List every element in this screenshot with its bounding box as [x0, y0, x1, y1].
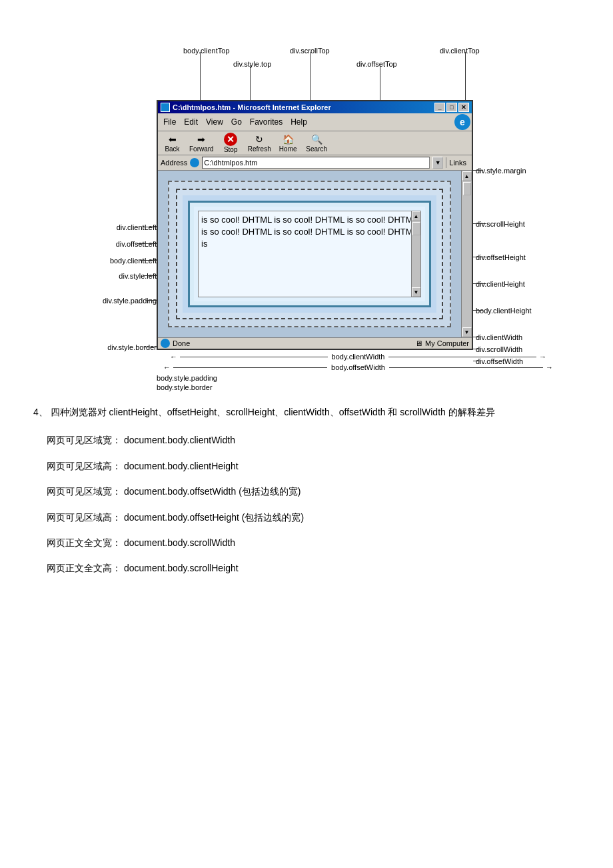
div-offset-top-label: div.offsetTop [356, 60, 397, 68]
forward-button[interactable]: ➡ Forward [189, 133, 214, 153]
computer-icon: 🖥 [415, 339, 422, 347]
item-label-1: 网页可见区域高： [47, 461, 121, 471]
item-label-5: 网页正文全文高： [47, 563, 121, 573]
div-style-margin-label: div.style.margin [476, 167, 526, 175]
search-label: Search [306, 145, 327, 153]
main-row: div.clientLeft div.offsetLeft body.clien… [53, 100, 560, 350]
item-value-1: document.body.clientHeight [124, 461, 239, 471]
statusbar-icon [161, 339, 170, 348]
item-value-3: document.body.offsetHeight (包括边线的宽) [124, 512, 304, 523]
maximize-button[interactable]: □ [446, 103, 457, 112]
body-client-left-label: body.clientLeft [110, 257, 157, 265]
back-button[interactable]: ⬅ Back [161, 133, 184, 153]
search-button[interactable]: 🔍 Search [305, 133, 328, 153]
menu-edit[interactable]: Edit [180, 117, 202, 127]
search-icon: 🔍 [310, 133, 323, 145]
back-icon: ⬅ [166, 133, 179, 145]
item-value-5: document.body.scrollHeight [124, 563, 239, 573]
body-style-border-label: body.style.border [157, 383, 213, 391]
top-annotations: body.clientTop div.style.top div.scrollT… [53, 40, 560, 100]
body-style-padding-label: body.style.padding [157, 374, 217, 382]
stop-icon: ✕ [224, 133, 237, 146]
body-style-labels: body.style.padding body.style.border [157, 374, 560, 391]
close-button[interactable]: ✕ [458, 103, 469, 112]
section-title-text: 四种浏览器对 clientHeight、offsetHeight、scrollH… [51, 407, 495, 417]
content-with-scrollbar: is so cool! DHTML is so cool! DHTML is s… [199, 211, 420, 297]
div-padding-area: is so cool! DHTML is so cool! DHTML is s… [194, 207, 425, 301]
section-4-title: 4、 四种浏览器对 clientHeight、offsetHeight、scro… [33, 405, 586, 419]
refresh-label: Refresh [248, 145, 271, 153]
div-vertical-scrollbar[interactable]: ▲ ▼ [411, 211, 420, 297]
div-offset-height-label: div.offsetHeight [476, 253, 526, 261]
ie-window-controls: _ □ ✕ [434, 103, 469, 112]
menu-file[interactable]: File [159, 117, 180, 127]
ie-scroll-up[interactable]: ▲ [462, 171, 472, 181]
stop-label: Stop [224, 146, 238, 153]
menu-help[interactable]: Help [287, 117, 311, 127]
ie-scroll-down[interactable]: ▼ [462, 327, 472, 337]
ie-app-icon [161, 103, 170, 112]
statusbar-done-text: Done [173, 339, 190, 347]
scroll-left-arrow[interactable]: ◄ [199, 297, 208, 298]
ie-window-wrapper: C:\dhtmlpos.htm - Microsoft Internet Exp… [157, 100, 473, 350]
refresh-button[interactable]: ↻ Refresh [248, 133, 271, 153]
menu-go[interactable]: Go [227, 117, 246, 127]
scroll-up-arrow[interactable]: ▲ [412, 211, 421, 221]
page-container: body.clientTop div.style.top div.scrollT… [13, 13, 600, 600]
div-scroll-height-label: div.scrollHeight [476, 220, 525, 228]
ie-window-title: C:\dhtmlpos.htm - Microsoft Internet Exp… [173, 103, 331, 111]
home-label: Home [279, 145, 297, 153]
body-client-width-label: body.clientWidth [328, 353, 389, 361]
links-label: Links [446, 157, 469, 168]
scroll-right-arrow[interactable]: ► [411, 297, 420, 298]
div-style-padding-label: div.style.padding [103, 297, 157, 305]
item-label-3: 网页可见区域高： [47, 512, 121, 523]
div-client-left-label: div.clientLeft [117, 223, 157, 231]
full-diagram: body.clientTop div.style.top div.scrollT… [53, 40, 560, 391]
statusbar-computer-text: My Computer [425, 339, 469, 347]
list-item: 网页正文全文宽： document.body.scrollWidth [47, 535, 586, 550]
menu-view[interactable]: View [202, 117, 227, 127]
back-label: Back [165, 145, 179, 153]
stop-button[interactable]: ✕ Stop [219, 133, 243, 153]
body-client-height-label: body.clientHeight [476, 307, 532, 315]
scroll-down-arrow[interactable]: ▼ [412, 287, 421, 297]
ie-scroll-thumb[interactable] [463, 182, 471, 195]
scroll-thumb-v[interactable] [412, 222, 420, 235]
div-style-left-label: div.style.left [119, 272, 157, 280]
left-annotations: div.clientLeft div.offsetLeft body.clien… [53, 100, 157, 350]
div-border-area: is so cool! DHTML is so cool! DHTML is s… [188, 201, 431, 307]
list-item: 网页正文全文高： document.body.scrollHeight [47, 561, 586, 575]
home-button[interactable]: 🏠 Home [277, 133, 300, 153]
minimize-button[interactable]: _ [434, 103, 445, 112]
item-value-4: document.body.scrollWidth [124, 537, 235, 548]
body-dashed-border: is so cool! DHTML is so cool! DHTML is s… [168, 181, 451, 327]
ie-content-area: is so cool! DHTML is so cool! DHTML is s… [158, 171, 472, 337]
statusbar-done-area: Done [161, 339, 190, 348]
section-number: 4、 [33, 407, 48, 417]
list-item: 网页可见区域高： document.body.offsetHeight (包括边… [47, 510, 586, 525]
ie-browser-window: C:\dhtmlpos.htm - Microsoft Internet Exp… [157, 100, 473, 350]
ie-statusbar: Done 🖥 My Computer [158, 337, 472, 349]
div-dashed-border: is so cool! DHTML is so cool! DHTML is s… [176, 189, 443, 319]
body-offset-width-label: body.offsetWidth [327, 363, 389, 371]
div-content-box: is so cool! DHTML is so cool! DHTML is s… [198, 211, 421, 297]
div-horizontal-scrollbar[interactable]: ◄ ► [199, 297, 420, 297]
address-input[interactable] [202, 157, 430, 169]
list-item: 网页可见区域宽： document.body.clientWidth [47, 433, 586, 447]
section-4: 4、 四种浏览器对 clientHeight、offsetHeight、scro… [27, 405, 586, 576]
ie-toolbar: ⬅ Back ➡ Forward ✕ Stop ↻ [158, 131, 472, 155]
section-4-list: 网页可见区域宽： document.body.clientWidth 网页可见区… [33, 433, 586, 575]
div-client-height-label: div.clientHeight [476, 280, 525, 288]
menu-favorites[interactable]: Favorites [246, 117, 287, 127]
content-text: is so cool! DHTML is so cool! DHTML is s… [201, 215, 417, 249]
item-label-0: 网页可见区域宽： [47, 435, 121, 445]
ie-body-content: is so cool! DHTML is so cool! DHTML is s… [158, 171, 461, 337]
body-client-top-label: body.clientTop [183, 47, 230, 55]
item-value-0: document.body.clientWidth [124, 435, 235, 445]
forward-label: Forward [189, 145, 214, 153]
address-label: Address [161, 159, 187, 167]
ie-vertical-scrollbar[interactable]: ▲ ▼ [461, 171, 472, 337]
address-dropdown[interactable]: ▼ [432, 157, 443, 169]
item-value-2: document.body.offsetWidth (包括边线的宽) [124, 486, 301, 497]
